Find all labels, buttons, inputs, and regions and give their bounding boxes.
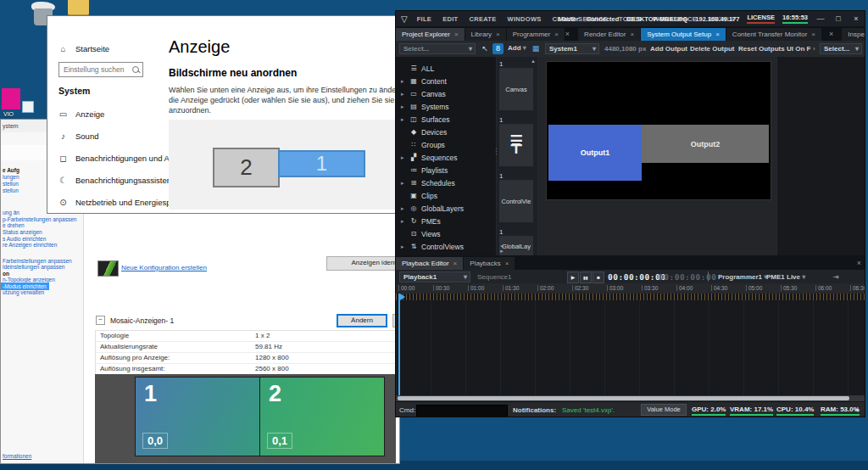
- close-button[interactable]: ×: [851, 14, 861, 23]
- output1-rect[interactable]: Output1: [548, 125, 642, 181]
- tree-item-canvas[interactable]: ▸▭Canvas: [396, 87, 496, 100]
- nav-link[interactable]: lungen: [3, 174, 19, 180]
- panel-group-close-icon[interactable]: ×: [857, 259, 861, 267]
- tree-item-devices[interactable]: ◆Devices: [396, 126, 496, 138]
- panel-group-close-icon[interactable]: ×: [565, 30, 570, 38]
- tab-project-explorer[interactable]: Project Explorer×: [396, 28, 465, 41]
- tab-playback-editor[interactable]: Playback Editor×: [396, 257, 463, 270]
- add-dropdown[interactable]: Add ▾: [508, 44, 526, 52]
- programmer-dropdown[interactable]: Programmer1 ▾: [718, 273, 767, 281]
- dock-icon[interactable]: ⇥: [833, 273, 839, 281]
- nav-link[interactable]: ung än: [3, 210, 19, 215]
- tree-item-systems[interactable]: ▸▤Systems: [396, 100, 496, 113]
- tab-render-editor[interactable]: Render Editor×: [578, 28, 640, 41]
- playback-select-dropdown[interactable]: Playback1 ▾: [399, 271, 470, 283]
- photos-icon[interactable]: [22, 101, 34, 113]
- delete-output-button[interactable]: Delete Output: [690, 45, 734, 53]
- output2-rect[interactable]: Output2: [642, 125, 769, 163]
- chevron-right-icon[interactable]: ›: [813, 45, 815, 53]
- inspector-select-dropdown[interactable]: Select... ▾: [820, 43, 862, 54]
- grid-view-icon[interactable]: ▦: [530, 43, 542, 54]
- close-icon[interactable]: ×: [811, 31, 815, 38]
- output-viewport[interactable]: Output1 Output2: [546, 61, 771, 200]
- sidebar-item-home[interactable]: ⌂ Startseite: [58, 44, 109, 53]
- tree-item-views[interactable]: ⊡Views: [396, 227, 496, 240]
- identify-displays-button[interactable]: Anzeigen ident: [326, 256, 400, 271]
- settings-search-input[interactable]: [58, 62, 143, 77]
- folder-icon[interactable]: [68, 0, 89, 15]
- sidebar-item-display[interactable]: ▭ Anzeige: [58, 109, 104, 119]
- license-indicator[interactable]: LICENSE: [747, 14, 775, 24]
- speaker-icon[interactable]: ◀: [854, 406, 859, 412]
- maximize-button[interactable]: □: [833, 14, 843, 23]
- create-configuration-link[interactable]: Neue Konfiguration erstellen: [121, 264, 207, 271]
- ui-on-front-button[interactable]: UI On F: [787, 45, 810, 53]
- tree-item-pmes[interactable]: ▸↻PMEs: [396, 215, 496, 227]
- tree-item-sequences[interactable]: ▸▞Sequences: [396, 151, 496, 164]
- system-information-link[interactable]: formationen: [3, 453, 31, 459]
- tree-item-globallayers[interactable]: ▸◎GlobalLayers: [396, 202, 496, 215]
- thumbnail-controlview[interactable]: 1 ControlVie: [499, 172, 533, 222]
- nav-link[interactable]: stellun: [3, 187, 19, 193]
- stop-button[interactable]: ■: [593, 271, 604, 283]
- menu-windows[interactable]: WINDOWS: [508, 15, 542, 23]
- tab-programmer[interactable]: Programmer×: [507, 28, 565, 41]
- close-icon[interactable]: ×: [454, 31, 459, 38]
- nav-link[interactable]: n-Topologie anzeigen: [3, 277, 55, 283]
- close-icon[interactable]: ×: [554, 31, 559, 38]
- timeline-tick-strip[interactable]: [396, 294, 865, 300]
- tree-item-all[interactable]: ☰ALL: [396, 62, 496, 75]
- playhead[interactable]: [398, 294, 400, 395]
- nav-link[interactable]: Status anzeigen: [3, 229, 42, 235]
- nav-link[interactable]: s Audio einrichten: [3, 236, 46, 242]
- tab-content-transfer-monitor[interactable]: Content Transfer Monitor×: [726, 28, 821, 41]
- tree-item-content[interactable]: ▸▦Content: [396, 75, 496, 87]
- thumbnail-canvas[interactable]: 1 Canvas: [499, 60, 533, 110]
- close-icon[interactable]: ×: [715, 31, 720, 38]
- scrollbar-thumb[interactable]: [398, 396, 849, 400]
- sidebar-item-sound[interactable]: ♪ Sound: [58, 131, 98, 141]
- tab-playbacks[interactable]: Playbacks×: [464, 257, 515, 270]
- tree-item-schedules[interactable]: ▸⊞Schedules: [396, 176, 496, 189]
- nav-link[interactable]: utzung verwalten: [3, 289, 44, 295]
- pme-live-dropdown[interactable]: PME1 Live ▾: [766, 273, 805, 281]
- play-button[interactable]: ▶: [567, 271, 579, 283]
- nav-link[interactable]: re Anzeigen einrichten: [3, 242, 57, 248]
- tab-system-output-setup[interactable]: System Output Setup×: [641, 28, 726, 41]
- collapse-icon[interactable]: −: [96, 316, 105, 325]
- vio-app-icon[interactable]: [2, 88, 20, 109]
- reset-outputs-button[interactable]: Reset Outputs: [738, 45, 785, 53]
- tree-item-surfaces[interactable]: ▸◫Surfaces: [396, 113, 496, 126]
- preview-monitor-1[interactable]: 1 0,0: [135, 377, 260, 456]
- menu-edit[interactable]: EDIT: [442, 15, 458, 23]
- horizontal-scrollbar[interactable]: [396, 395, 865, 401]
- close-icon[interactable]: ×: [505, 260, 509, 267]
- close-icon[interactable]: ×: [453, 260, 458, 267]
- thumb-scroll-arrows[interactable]: ◄ ►: [499, 243, 537, 254]
- nav-link[interactable]: e drehen: [3, 222, 25, 228]
- tab-library[interactable]: Library×: [465, 28, 506, 41]
- menu-file[interactable]: FILE: [417, 15, 431, 23]
- change-button[interactable]: Ändern: [337, 314, 387, 327]
- nav-link[interactable]: ldeinstellungen anpassen: [3, 264, 64, 270]
- value-mode-dropdown[interactable]: Value Mode: [641, 404, 687, 416]
- preview-monitor-2[interactable]: 2 0,1: [259, 377, 385, 456]
- minimize-button[interactable]: —: [815, 14, 826, 23]
- close-icon[interactable]: ×: [496, 31, 500, 38]
- tree-item-clips[interactable]: ▣Clips: [396, 189, 496, 202]
- add-output-button[interactable]: Add Output: [650, 45, 687, 53]
- cursor-tool-icon[interactable]: ↖: [479, 43, 491, 54]
- nav-link[interactable]: p-Farbeinstellungen anpassen: [3, 216, 76, 222]
- explorer-select-dropdown[interactable]: Select... ▾: [399, 43, 476, 54]
- menu-create[interactable]: CREATE: [469, 15, 496, 23]
- tree-item-playlists[interactable]: ≔Playlists: [396, 164, 496, 176]
- tree-item-groups[interactable]: ∷Groups: [396, 138, 496, 151]
- nav-link[interactable]: Farbeinstellungen anpassen: [3, 258, 72, 264]
- monitor-1[interactable]: 1: [278, 150, 365, 177]
- pause-button[interactable]: ▮▮: [580, 271, 592, 283]
- tab-inspector[interactable]: Inspector×: [842, 28, 865, 41]
- close-icon[interactable]: ×: [630, 31, 634, 38]
- system-select-dropdown[interactable]: System1 ▾: [545, 43, 599, 54]
- timeline-body[interactable]: [396, 300, 865, 395]
- nav-link[interactable]: stellun: [3, 181, 19, 187]
